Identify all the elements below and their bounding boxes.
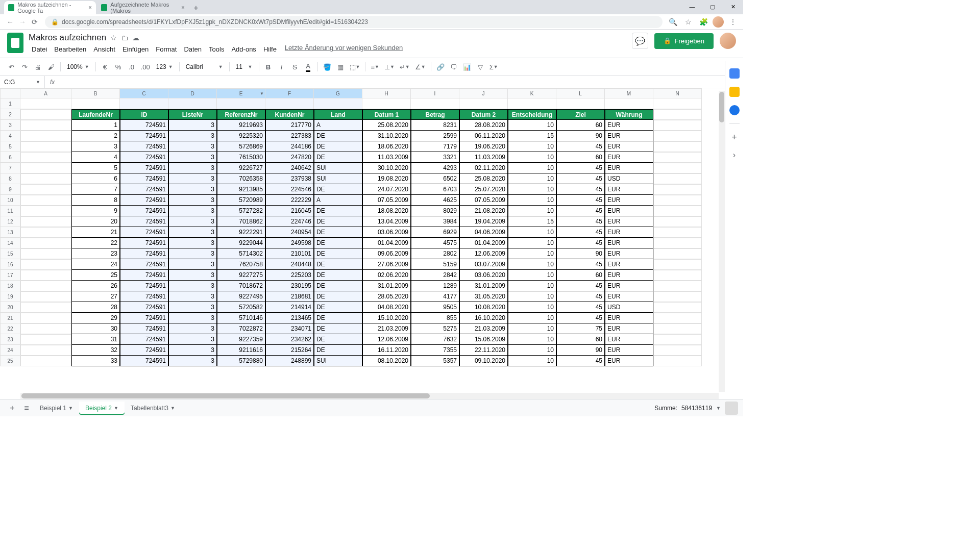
cell[interactable] [653, 345, 702, 356]
table-cell[interactable]: 222229 [265, 195, 314, 206]
table-cell[interactable]: 3 [168, 345, 217, 356]
table-cell[interactable]: EUR [605, 152, 653, 163]
table-cell[interactable]: 10 [508, 152, 556, 163]
table-cell[interactable]: 16.11.2020 [362, 345, 411, 356]
table-cell[interactable]: DE [314, 291, 362, 302]
table-cell[interactable]: 01.04.2009 [362, 238, 411, 248]
cell[interactable] [20, 313, 71, 323]
table-cell[interactable]: 19.06.2020 [459, 141, 508, 152]
table-cell[interactable]: 9229044 [217, 238, 265, 248]
table-cell[interactable]: 244186 [265, 141, 314, 152]
cell[interactable] [653, 323, 702, 334]
cell[interactable] [20, 248, 71, 259]
menu-add-ons[interactable]: Add-ons [228, 44, 259, 55]
table-cell[interactable]: 724591 [120, 291, 168, 302]
row-header[interactable]: 8 [0, 173, 20, 184]
table-cell[interactable]: 9 [71, 206, 120, 216]
table-cell[interactable]: 5 [71, 163, 120, 173]
table-cell[interactable]: 09.10.2020 [459, 356, 508, 366]
cell[interactable] [653, 238, 702, 248]
table-cell[interactable]: DE [314, 227, 362, 238]
table-cell[interactable]: 724591 [120, 238, 168, 248]
cell[interactable] [653, 163, 702, 173]
table-cell[interactable]: 10 [508, 291, 556, 302]
table-cell[interactable]: 225203 [265, 270, 314, 281]
table-cell[interactable]: 7 [71, 184, 120, 195]
table-header-cell[interactable]: LaufendeNr [71, 109, 120, 120]
menu-icon[interactable]: ⋮ [727, 16, 739, 28]
table-cell[interactable]: 3 [168, 334, 217, 345]
row-header[interactable]: 14 [0, 238, 20, 248]
close-icon[interactable]: × [181, 4, 185, 11]
column-header-C[interactable]: C [120, 88, 168, 98]
table-cell[interactable]: 5275 [411, 323, 459, 334]
table-cell[interactable]: 724591 [120, 195, 168, 206]
table-cell[interactable]: DE [314, 323, 362, 334]
table-cell[interactable]: 5727282 [217, 206, 265, 216]
zoom-select[interactable]: 100%▼ [64, 63, 92, 70]
cell[interactable] [20, 323, 71, 334]
table-cell[interactable]: 10 [508, 302, 556, 313]
row-header[interactable]: 15 [0, 248, 20, 259]
percent-button[interactable]: % [112, 61, 125, 73]
table-cell[interactable]: 237938 [265, 173, 314, 184]
cell[interactable] [20, 270, 71, 281]
cloud-icon[interactable]: ☁ [132, 34, 139, 42]
table-cell[interactable]: 33 [71, 356, 120, 366]
cell[interactable] [20, 195, 71, 206]
sheet-tab[interactable]: Beispiel 1▼ [34, 402, 79, 415]
table-header-cell[interactable]: Ziel [556, 109, 605, 120]
table-cell[interactable]: 02.06.2020 [362, 270, 411, 281]
row-header[interactable]: 4 [0, 131, 20, 141]
last-edit-text[interactable]: Letzte Änderung vor wenigen Sekunden [285, 44, 403, 55]
table-header-cell[interactable]: KundenNr [265, 109, 314, 120]
column-header-B[interactable]: B [71, 88, 120, 98]
column-header-G[interactable]: G [314, 88, 362, 98]
table-cell[interactable]: EUR [605, 120, 653, 131]
table-cell[interactable]: 22.11.2020 [459, 345, 508, 356]
table-cell[interactable]: 60 [556, 270, 605, 281]
column-header-L[interactable]: L [556, 88, 605, 98]
cell[interactable] [20, 206, 71, 216]
table-cell[interactable]: EUR [605, 334, 653, 345]
cell[interactable] [20, 216, 71, 227]
valign-button[interactable]: ⊥▼ [382, 61, 397, 73]
table-cell[interactable]: 20 [71, 216, 120, 227]
table-cell[interactable]: 29 [71, 313, 120, 323]
cell[interactable] [20, 302, 71, 313]
halign-button[interactable]: ≡▼ [369, 61, 381, 73]
table-cell[interactable]: 15 [508, 131, 556, 141]
row-header[interactable]: 10 [0, 195, 20, 206]
column-header-M[interactable]: M [605, 88, 653, 98]
cell[interactable] [20, 238, 71, 248]
row-header[interactable]: 2 [0, 109, 20, 120]
extensions-icon[interactable]: 🧩 [697, 16, 709, 28]
table-cell[interactable]: 24.07.2020 [362, 184, 411, 195]
table-cell[interactable]: DE [314, 302, 362, 313]
tasks-icon[interactable] [729, 105, 740, 115]
bold-button[interactable]: B [262, 61, 275, 73]
table-cell[interactable]: 25 [71, 270, 120, 281]
table-cell[interactable]: 724591 [120, 131, 168, 141]
column-header-I[interactable]: I [411, 88, 459, 98]
table-cell[interactable]: 2842 [411, 270, 459, 281]
url-input[interactable]: 🔒 docs.google.com/spreadsheets/d/1FKYLxf… [45, 16, 663, 28]
table-cell[interactable]: 10 [508, 248, 556, 259]
table-cell[interactable]: 10 [508, 281, 556, 291]
table-cell[interactable]: 10 [508, 195, 556, 206]
table-cell[interactable]: 45 [556, 216, 605, 227]
table-cell[interactable]: 2802 [411, 248, 459, 259]
cell[interactable] [20, 281, 71, 291]
table-cell[interactable]: 03.07.2009 [459, 259, 508, 270]
add-addon-icon[interactable]: + [729, 132, 740, 142]
table-cell[interactable]: 8231 [411, 120, 459, 131]
undo-button[interactable]: ↶ [5, 61, 17, 73]
cell[interactable] [653, 173, 702, 184]
table-cell[interactable]: 10 [508, 356, 556, 366]
table-cell[interactable]: A [314, 120, 362, 131]
table-cell[interactable]: 9227495 [217, 291, 265, 302]
functions-button[interactable]: Σ▼ [487, 61, 500, 73]
column-header-A[interactable]: A [20, 88, 71, 98]
table-cell[interactable]: SUI [314, 173, 362, 184]
table-cell[interactable]: 27 [71, 291, 120, 302]
